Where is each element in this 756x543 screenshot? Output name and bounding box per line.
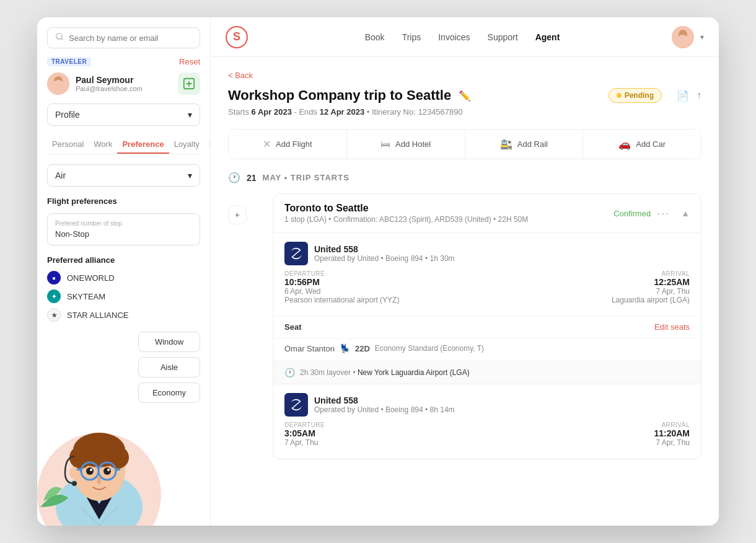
arrival-time-1: 12:25AM xyxy=(612,277,690,287)
starts-label: Starts xyxy=(228,107,249,117)
alliance-star: ★ STAR ALLIANCE xyxy=(47,308,200,322)
tab-payment[interactable]: Payment xyxy=(204,136,211,154)
tab-loyalty[interactable]: Loyalty xyxy=(169,136,204,154)
nav-trips[interactable]: Trips xyxy=(402,32,421,42)
svg-point-8 xyxy=(677,35,689,47)
preferred-stops-group: Prefered number of stop Non-Stop xyxy=(47,213,200,245)
flight-leg-1: United 558 Operated by United • Boeing 8… xyxy=(273,233,701,316)
share-icon[interactable]: ↑ xyxy=(697,90,701,101)
airline-info-1: United 558 Operated by United • Boeing 8… xyxy=(314,244,455,263)
arrival-time-2: 11:20AM xyxy=(654,428,690,438)
flight-preferences-title: Flight preferences xyxy=(47,196,200,206)
add-hotel-icon: 🛏 xyxy=(380,139,390,150)
aisle-seat-option[interactable]: Aisle xyxy=(138,357,200,377)
svg-point-0 xyxy=(56,33,62,39)
add-car-button[interactable]: 🚗 Add Car xyxy=(583,130,701,159)
svg-line-1 xyxy=(61,38,63,40)
chevron-down-icon[interactable]: ▾ xyxy=(700,33,704,42)
page-content: < Back Workshop Company trip to Seattle … xyxy=(211,57,719,526)
nav-book[interactable]: Book xyxy=(365,32,385,42)
confirmed-badge: Confirmed xyxy=(613,209,651,218)
nav-invoices[interactable]: Invoices xyxy=(438,32,470,42)
profile-dropdown[interactable]: Profile ▾ xyxy=(47,104,200,126)
status-label: Pending xyxy=(625,91,654,100)
oneworld-dot: ● xyxy=(47,271,61,285)
collapse-button[interactable] xyxy=(228,206,247,224)
add-rail-label: Add Rail xyxy=(517,139,548,149)
airline-name-2: United 558 xyxy=(314,395,455,405)
search-icon xyxy=(55,32,64,43)
logo: S xyxy=(226,26,248,48)
skyteam-label: SKYTEAM xyxy=(67,292,105,301)
status-badge: Pending xyxy=(609,88,662,103)
flight-segment-wrapper: Toronto to Seattle 1 stop (LGA) • Confir… xyxy=(228,193,701,459)
search-input[interactable] xyxy=(69,33,192,43)
add-rail-button[interactable]: 🚉 Add Rail xyxy=(465,130,584,159)
trip-start-date: 21 xyxy=(247,173,257,183)
chevron-down-icon: ▾ xyxy=(188,110,192,120)
nav-links: Book Trips Invoices Support Agent xyxy=(273,32,652,42)
alliance-list: ● ONEWORLD ✦ SKYTEAM ★ STAR ALLIANCE xyxy=(47,271,200,322)
alliance-skyteam: ✦ SKYTEAM xyxy=(47,289,200,303)
air-label: Air xyxy=(55,170,66,180)
edit-seats-button[interactable]: Edit seats xyxy=(654,322,690,332)
flight-stops: 1 stop (LGA) xyxy=(284,215,327,224)
add-car-icon: 🚗 xyxy=(618,138,631,150)
airline-name-1: United 558 xyxy=(314,244,455,254)
document-icon[interactable]: 📄 xyxy=(677,90,689,102)
trip-start-row: 🕐 21 MAY • TRIP STARTS xyxy=(228,172,701,183)
add-hotel-button[interactable]: 🛏 Add Hotel xyxy=(347,130,465,159)
user-email: Paul@travelshoe.com xyxy=(76,85,143,92)
user-details: Paul Seymour Paul@travelshoe.com xyxy=(76,75,143,92)
air-dropdown[interactable]: Air ▾ xyxy=(47,164,200,187)
arrival-airport-1: Laguardia airport (LGA) xyxy=(612,296,690,304)
layover-row: 🕐 2h 30m layover • New York Laguardia Ai… xyxy=(273,361,701,384)
economy-option[interactable]: Economy xyxy=(138,382,200,403)
flight-card-header: Toronto to Seattle 1 stop (LGA) • Confir… xyxy=(273,194,701,233)
flight-card: Toronto to Seattle 1 stop (LGA) • Confir… xyxy=(273,193,701,459)
arrival-1: ARRIVAL 12:25AM 7 Apr, Thu Laguardia air… xyxy=(612,270,690,304)
airline-row-2: United 558 Operated by United • Boeing 8… xyxy=(284,393,690,417)
edit-icon[interactable]: ✏️ xyxy=(459,90,471,102)
skyteam-dot: ✦ xyxy=(47,289,61,303)
add-flight-icon: ✕ xyxy=(263,138,271,150)
nav-support[interactable]: Support xyxy=(488,32,518,42)
user-nav-avatar xyxy=(672,26,694,48)
nav-agent[interactable]: Agent xyxy=(535,32,560,42)
back-link[interactable]: < Back xyxy=(228,71,253,80)
star-dot: ★ xyxy=(47,308,61,322)
sidebar: TRAVELER Reset Paul Seymour Paul@travels… xyxy=(37,17,211,526)
seat-icon: 💺 xyxy=(340,343,350,353)
svg-point-4 xyxy=(52,80,64,92)
oneworld-label: ONEWORLD xyxy=(67,273,115,283)
user-info-row: Paul Seymour Paul@travelshoe.com xyxy=(47,73,200,95)
preferred-stops-value: Non-Stop xyxy=(55,229,192,239)
arrival-date-2: 7 Apr, Thu xyxy=(654,438,690,447)
more-options-icon[interactable]: ··· xyxy=(657,207,670,220)
departure-date-2: 7 Apr, Thu xyxy=(284,438,325,447)
flight-card-actions: Confirmed ··· ▲ xyxy=(613,207,690,220)
arrival-label-1: ARRIVAL xyxy=(612,270,690,277)
add-car-label: Add Car xyxy=(636,139,666,149)
travel-shoe-icon xyxy=(178,73,200,95)
flight-leg-2: United 558 Operated by United • Boeing 8… xyxy=(273,384,701,459)
itinerary-label: Itinerary No: xyxy=(372,107,416,117)
preferred-alliance-title: Preferred alliance xyxy=(47,255,200,265)
airline-logo-2 xyxy=(284,393,308,417)
flight-route-info: Toronto to Seattle 1 stop (LGA) • Confir… xyxy=(284,203,528,224)
search-bar[interactable] xyxy=(47,27,200,48)
window-seat-option[interactable]: Window xyxy=(138,332,200,352)
add-flight-button[interactable]: ✕ Add Flight xyxy=(229,130,347,159)
main-area: S Book Trips Invoices Support Agent ▾ xyxy=(211,17,719,526)
departure-1: DEPARTURE 10:56PM 6 Apr, Wed Pearson int… xyxy=(284,270,399,304)
reset-button[interactable]: Reset xyxy=(179,57,200,66)
tab-personal[interactable]: Personal xyxy=(47,136,89,154)
dep-arr-row-1: DEPARTURE 10:56PM 6 Apr, Wed Pearson int… xyxy=(284,270,690,304)
tab-preference[interactable]: Preference xyxy=(117,136,169,154)
departure-2: DEPARTURE 3:05AM 7 Apr, Thu xyxy=(284,422,325,447)
departure-time-2: 3:05AM xyxy=(284,428,325,438)
ends-label: Ends xyxy=(299,107,317,117)
tab-work[interactable]: Work xyxy=(89,136,117,154)
collapse-icon[interactable]: ▲ xyxy=(681,208,690,218)
action-icons: 📄 ↑ xyxy=(677,90,701,102)
